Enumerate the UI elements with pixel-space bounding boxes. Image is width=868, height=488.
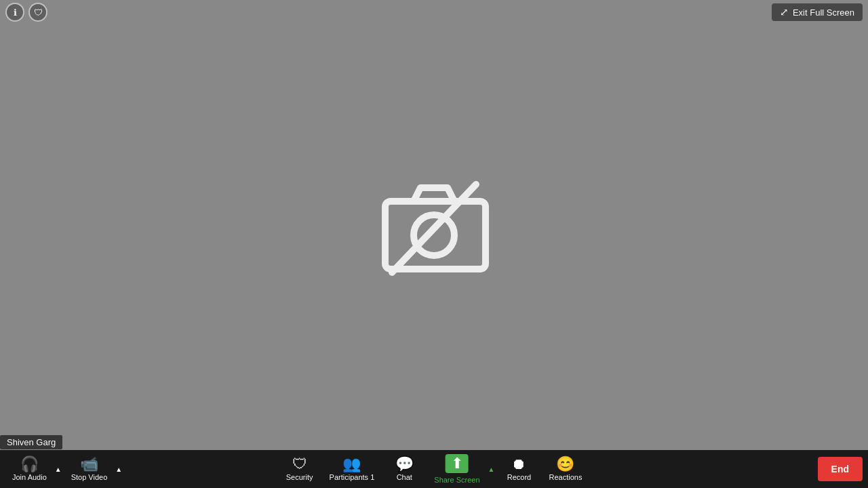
share-screen-icon: ⬆: [451, 456, 463, 471]
chat-icon: 💬: [395, 457, 414, 472]
svg-line-2: [392, 184, 476, 272]
shield-icon: 🛡: [34, 7, 43, 18]
join-audio-button[interactable]: 🎧 Join Audio: [5, 454, 54, 484]
record-icon: ⏺: [511, 457, 526, 472]
exit-fullscreen-label: Exit Full Screen: [793, 7, 854, 18]
participants-icon: 👥: [342, 457, 361, 472]
bottom-toolbar: 🎧 Join Audio ▲ 📹 Stop Video ▲ 🛡 Security…: [0, 450, 868, 488]
main-video-area: [0, 0, 868, 450]
join-audio-caret[interactable]: ▲: [54, 450, 63, 488]
record-label: Record: [507, 473, 531, 481]
toolbar-center: 🛡 Security 👥 Participants 1 💬 Chat ⬆ Sha…: [279, 450, 589, 488]
participant-name-label: Shiven Garg: [0, 435, 62, 449]
end-label: End: [831, 464, 849, 474]
info-icon-btn[interactable]: ℹ: [5, 3, 24, 22]
security-label: Security: [286, 473, 313, 481]
toolbar-left: 🎧 Join Audio ▲ 📹 Stop Video ▲: [5, 450, 123, 488]
stop-video-group: 📹 Stop Video ▲: [64, 450, 124, 488]
share-screen-caret[interactable]: ▲: [487, 450, 496, 488]
share-screen-icon-wrapper: ⬆: [446, 454, 469, 473]
security-button[interactable]: 🛡 Security: [279, 454, 320, 484]
video-icon: 📹: [80, 457, 98, 472]
reactions-label: Reactions: [549, 473, 582, 481]
share-screen-button[interactable]: ⬆ Share Screen: [427, 451, 486, 487]
stop-video-button[interactable]: 📹 Stop Video: [64, 454, 115, 484]
participant-name: Shiven Garg: [7, 437, 56, 447]
svg-point-1: [414, 215, 454, 256]
record-button[interactable]: ⏺ Record: [498, 454, 539, 484]
stop-video-label: Stop Video: [71, 473, 108, 481]
headphones-icon: 🎧: [20, 457, 39, 472]
security-icon: 🛡: [292, 457, 307, 472]
share-screen-group: ⬆ Share Screen ▲: [427, 450, 496, 488]
participants-label: Participants 1: [330, 473, 375, 481]
reactions-icon: 😊: [556, 457, 574, 472]
chat-button[interactable]: 💬 Chat: [384, 454, 425, 484]
chat-label: Chat: [397, 473, 412, 481]
reactions-button[interactable]: 😊 Reactions: [542, 454, 589, 484]
participants-button[interactable]: 👥 Participants 1: [323, 454, 382, 484]
top-bar: ℹ 🛡 ⤢ Exit Full Screen: [0, 0, 868, 24]
no-camera-icon: [366, 164, 502, 286]
top-left-icons: ℹ 🛡: [5, 3, 47, 22]
join-audio-label: Join Audio: [12, 473, 47, 481]
share-screen-label: Share Screen: [434, 476, 479, 484]
stop-video-caret[interactable]: ▲: [114, 450, 123, 488]
join-audio-group: 🎧 Join Audio ▲: [5, 450, 63, 488]
shield-icon-btn[interactable]: 🛡: [28, 3, 47, 22]
fullscreen-icon: ⤢: [780, 6, 789, 18]
end-button[interactable]: End: [818, 457, 863, 481]
exit-fullscreen-button[interactable]: ⤢ Exit Full Screen: [772, 3, 863, 21]
info-icon: ℹ: [14, 7, 17, 18]
toolbar-right: End: [818, 457, 863, 481]
